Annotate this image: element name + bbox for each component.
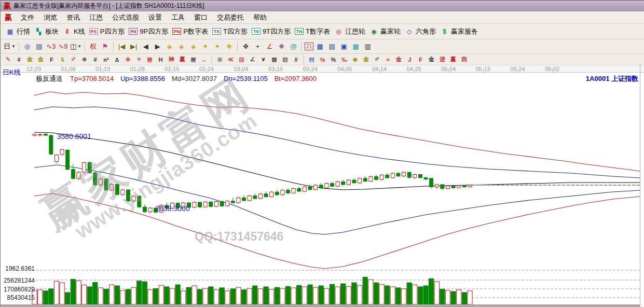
capture-icon[interactable]: ▩ <box>350 41 361 52</box>
angle-measure-tool-icon[interactable]: ∠ <box>264 41 275 52</box>
wave3-tool-icon[interactable]: ∿3 <box>46 41 57 52</box>
crosshair-tool-icon[interactable]: + <box>252 41 263 52</box>
toolbar-sectors[interactable]: ▚板块 <box>34 27 59 36</box>
zoom-horizontal-icon[interactable]: ◈ <box>188 41 199 52</box>
memo-tool-icon[interactable]: ▤ <box>34 41 45 52</box>
menu-交易委托[interactable]: 交易委托 <box>212 12 249 23</box>
star-tool-icon[interactable]: ✳ <box>134 55 144 64</box>
jin-lines-tool-icon[interactable]: 进 <box>437 55 447 64</box>
gold-gate2-tool-icon[interactable]: 金 <box>36 55 46 64</box>
menu-工具[interactable]: 工具 <box>167 12 189 23</box>
span-arrow-tool-icon[interactable]: ↔ <box>199 55 209 64</box>
zoom-full-icon[interactable]: ❖ <box>224 41 235 52</box>
percent-line-tool-icon[interactable]: ℅ <box>318 55 327 64</box>
dense-grid2-tool-icon[interactable]: ▧ <box>280 55 290 64</box>
diary-icon[interactable]: ▤ <box>326 41 337 52</box>
spiral-tool-icon[interactable]: @ <box>288 41 299 52</box>
zoom-left-icon[interactable]: ◈ <box>164 41 175 52</box>
shen-tool-icon[interactable]: 神 <box>167 55 176 64</box>
indicator-flag-icon[interactable]: ⚑ <box>100 41 111 52</box>
restore-tool-icon[interactable]: 权 <box>88 41 99 52</box>
print-icon[interactable]: ▥ <box>362 41 373 52</box>
gann-grid-tool-icon[interactable]: # <box>14 55 24 64</box>
zoom-vertical-icon[interactable]: ✦ <box>200 41 211 52</box>
scribble-tool-icon[interactable]: ◎ <box>22 41 33 52</box>
ruler-tool-icon[interactable]: # <box>90 55 100 64</box>
paint-tool-icon[interactable]: ✐ <box>372 55 382 64</box>
permille-tool-icon[interactable]: ‰ <box>339 55 349 64</box>
calendar-icon[interactable]: 21 <box>305 43 313 50</box>
f-angle-tool-icon[interactable]: F <box>416 55 426 64</box>
calculator-icon[interactable]: ▦ <box>314 41 325 52</box>
v-tool-icon[interactable]: ∨ <box>258 55 268 64</box>
period-label[interactable]: 日K线 <box>3 68 21 77</box>
f-line-tool-icon[interactable]: F <box>47 55 57 64</box>
first-bar-icon[interactable]: |◀ <box>116 41 127 52</box>
k-mark-tool-icon[interactable]: H <box>156 55 166 64</box>
bottom-scrollbar[interactable] <box>1 304 640 307</box>
candle-style-icon[interactable]: ◫▼ <box>70 41 82 52</box>
angle-fan-tool-icon[interactable]: ∆ <box>112 55 122 64</box>
toolbar-hexagon[interactable]: ◇六角形 <box>405 27 436 36</box>
symbol-label[interactable]: 1A0001 上证指数 <box>586 74 638 83</box>
period-selector-icon[interactable]: 日▼ <box>3 41 16 52</box>
menu-窗口[interactable]: 窗口 <box>189 12 212 23</box>
gold-circle-tool-icon[interactable]: ◉ <box>350 55 360 64</box>
kline-icon: ‖ <box>63 27 72 35</box>
gold-line-tool-icon[interactable]: 金 <box>394 55 404 64</box>
gold-gate-tool-icon[interactable]: 金 <box>25 55 35 64</box>
n2-tool-icon[interactable]: n² <box>101 55 111 64</box>
percent-tool-icon[interactable]: % <box>328 55 338 64</box>
last-bar-icon[interactable]: ▶| <box>128 41 139 52</box>
toolbar-t-square[interactable]: TST四方形 <box>212 27 248 36</box>
brush-tool-icon[interactable]: ✐ <box>68 55 78 64</box>
toolbar-9p-square[interactable]: P99P四方形 <box>129 27 168 36</box>
menu-浏览[interactable]: 浏览 <box>39 12 62 23</box>
wave-channel-tool-icon[interactable]: ≈ <box>383 55 393 64</box>
menu-设置[interactable]: 设置 <box>144 12 167 23</box>
shade-box-tool-icon[interactable]: ▨ <box>237 55 246 64</box>
toolbar-quote[interactable]: ▦行情 <box>6 27 30 36</box>
gold-fan-tool-icon[interactable]: 金 <box>427 55 436 64</box>
ray-fan-tool-icon[interactable]: ≪ <box>226 55 236 64</box>
wave9-tool-icon[interactable]: ∿9 <box>58 41 68 52</box>
spiral5-tool-icon[interactable]: 5 <box>58 55 67 64</box>
toolbar-p-number-table[interactable]: PNP数字表 <box>172 27 208 36</box>
indicator-name[interactable]: 极反通道 <box>36 75 63 82</box>
time-wheel-tool-icon[interactable]: ⊕ <box>79 55 89 64</box>
save-icon[interactable]: ▣ <box>338 41 349 52</box>
angle-lines-tool-icon[interactable]: ∠ <box>248 55 257 64</box>
toolbar-gann-wheel[interactable]: ◎江恩轮 <box>334 27 365 36</box>
menu-资讯[interactable]: 资讯 <box>62 12 85 23</box>
frame-tool-icon[interactable]: ▣ <box>215 55 225 64</box>
win-lines-tool-icon[interactable]: 赢 <box>448 55 458 64</box>
toolbar-winner-service[interactable]: $赢家服务 <box>440 27 478 36</box>
dense-grid-tool-icon[interactable]: ▩ <box>269 55 279 64</box>
gold-levels-tool-icon[interactable]: 金 <box>361 55 371 64</box>
toolbar-winner-wheel[interactable]: ◉赢家轮 <box>369 27 401 36</box>
toolbar-kline[interactable]: ‖K线 <box>63 27 85 36</box>
menu-文件[interactable]: 文件 <box>16 12 39 23</box>
hand-tool-icon[interactable]: ✥ <box>240 41 251 52</box>
menu-帮助[interactable]: 帮助 <box>249 12 271 23</box>
grid-box-tool-icon[interactable]: ▦ <box>145 55 155 64</box>
slash-lines-tool-icon[interactable]: // <box>291 55 301 64</box>
gann-box-tool-icon[interactable]: ❖ <box>276 41 287 52</box>
j-angle-tool-icon[interactable]: J <box>405 55 415 64</box>
toolbar-p-square[interactable]: PSP四方形 <box>89 27 125 36</box>
pen-tool-icon[interactable]: ✎ <box>3 55 13 64</box>
levels-tool-icon[interactable]: ▤ <box>307 55 317 64</box>
grid123-tool-icon[interactable]: ▦ <box>188 55 198 64</box>
menu-公式选股[interactable]: 公式选股 <box>107 12 144 23</box>
zoom-all-icon[interactable]: ✦ <box>212 41 223 52</box>
four-lines-tool-icon[interactable]: 四 <box>459 55 469 64</box>
prev-bar-icon[interactable]: ◀ <box>140 41 151 52</box>
toolbar-t-number-table[interactable]: TNT数字表 <box>295 27 330 36</box>
chart-canvas[interactable]: 3580.60012638.3000 <box>1 65 644 307</box>
toolbar-9t-square[interactable]: T99T四方形 <box>252 27 291 36</box>
win-tool-icon[interactable]: 赢 <box>177 55 187 64</box>
menu-江恩[interactable]: 江恩 <box>85 12 107 23</box>
target-tool-icon[interactable]: ⊕ <box>123 55 133 64</box>
zoom-right-icon[interactable]: ◈ <box>176 41 187 52</box>
next-bar-icon[interactable]: ▶ <box>152 41 163 52</box>
